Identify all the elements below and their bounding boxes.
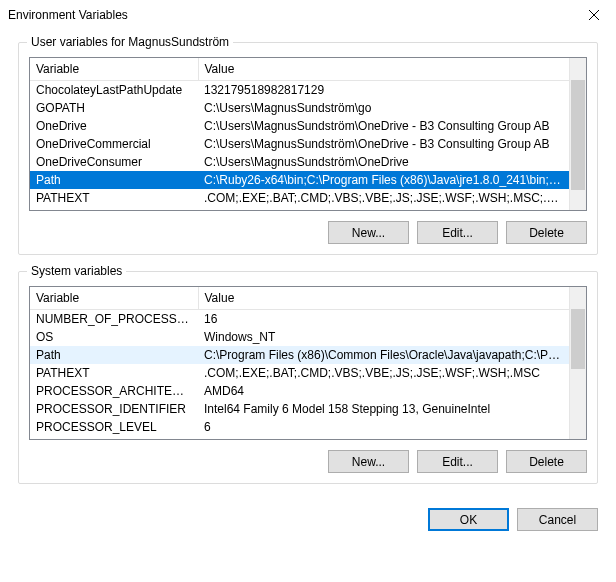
table-row[interactable]: ChocolateyLastPathUpdate1321795189828171… xyxy=(30,81,569,100)
cell-value: C:\Users\MagnusSundström\OneDrive xyxy=(198,153,569,171)
system-group-legend: System variables xyxy=(27,264,126,278)
user-group-legend: User variables for MagnusSundström xyxy=(27,35,233,49)
cell-variable: GOPATH xyxy=(30,99,198,117)
window-close-button[interactable] xyxy=(571,0,616,30)
cell-value: 6 xyxy=(198,418,569,436)
user-scrollbar[interactable] xyxy=(569,58,586,210)
cell-value: C:\Users\MagnusSundström\OneDrive - B3 C… xyxy=(198,117,569,135)
system-header-value[interactable]: Value xyxy=(198,287,569,310)
user-new-button[interactable]: New... xyxy=(328,221,409,244)
cell-value: C:\Users\MagnusSundström\OneDrive - B3 C… xyxy=(198,135,569,153)
system-variables-group: System variables Variable Value NUMBER_O… xyxy=(18,271,598,484)
cell-variable: ChocolateyLastPathUpdate xyxy=(30,81,198,100)
table-row[interactable]: NUMBER_OF_PROCESSORS16 xyxy=(30,310,569,329)
cell-value: 16 xyxy=(198,310,569,329)
user-edit-button[interactable]: Edit... xyxy=(417,221,498,244)
cell-variable: PATHEXT xyxy=(30,364,198,382)
table-row[interactable]: OSWindows_NT xyxy=(30,328,569,346)
table-row[interactable]: OneDriveCommercialC:\Users\MagnusSundstr… xyxy=(30,135,569,153)
table-row[interactable]: PROCESSOR_LEVEL6 xyxy=(30,418,569,436)
window-title: Environment Variables xyxy=(8,8,128,22)
system-delete-button[interactable]: Delete xyxy=(506,450,587,473)
cell-variable: PROCESSOR_ARCHITECTURE xyxy=(30,382,198,400)
user-header-variable[interactable]: Variable xyxy=(30,58,198,81)
system-scroll-thumb[interactable] xyxy=(571,309,585,369)
table-row[interactable]: OneDriveC:\Users\MagnusSundström\OneDriv… xyxy=(30,117,569,135)
table-row[interactable]: OneDriveConsumerC:\Users\MagnusSundström… xyxy=(30,153,569,171)
cell-variable: OneDriveConsumer xyxy=(30,153,198,171)
table-row[interactable]: PathC:\Ruby26-x64\bin;C:\Program Files (… xyxy=(30,171,569,189)
system-edit-button[interactable]: Edit... xyxy=(417,450,498,473)
cell-variable: Path xyxy=(30,171,198,189)
cell-variable: PROCESSOR_IDENTIFIER xyxy=(30,400,198,418)
titlebar: Environment Variables xyxy=(0,0,616,30)
cell-value: C:\Ruby26-x64\bin;C:\Program Files (x86)… xyxy=(198,171,569,189)
table-row[interactable]: PROCESSOR_ARCHITECTUREAMD64 xyxy=(30,382,569,400)
close-icon xyxy=(589,10,599,20)
cell-variable: PROCESSOR_LEVEL xyxy=(30,418,198,436)
cell-variable: Path xyxy=(30,346,198,364)
cell-value: Windows_NT xyxy=(198,328,569,346)
cell-value: .COM;.EXE;.BAT;.CMD;.VBS;.VBE;.JS;.JSE;.… xyxy=(198,189,569,207)
cell-variable: OS xyxy=(30,328,198,346)
table-row[interactable]: GOPATHC:\Users\MagnusSundström\go xyxy=(30,99,569,117)
cell-value: Intel64 Family 6 Model 158 Stepping 13, … xyxy=(198,400,569,418)
cell-variable: PATHEXT xyxy=(30,189,198,207)
system-scrollbar[interactable] xyxy=(569,287,586,439)
table-row[interactable]: PathC:\Program Files (x86)\Common Files\… xyxy=(30,346,569,364)
cell-variable: OneDrive xyxy=(30,117,198,135)
cell-variable: NUMBER_OF_PROCESSORS xyxy=(30,310,198,329)
cell-variable: OneDriveCommercial xyxy=(30,135,198,153)
user-scroll-thumb[interactable] xyxy=(571,80,585,190)
cell-value: AMD64 xyxy=(198,382,569,400)
user-variables-group: User variables for MagnusSundström Varia… xyxy=(18,42,598,255)
system-variables-table[interactable]: Variable Value NUMBER_OF_PROCESSORS16OSW… xyxy=(29,286,587,440)
cell-value: 132179518982817129 xyxy=(198,81,569,100)
cell-value: .COM;.EXE;.BAT;.CMD;.VBS;.VBE;.JS;.JSE;.… xyxy=(198,364,569,382)
system-new-button[interactable]: New... xyxy=(328,450,409,473)
cell-value: C:\Program Files (x86)\Common Files\Orac… xyxy=(198,346,569,364)
ok-button[interactable]: OK xyxy=(428,508,509,531)
cell-value: C:\Users\MagnusSundström\go xyxy=(198,99,569,117)
user-variables-table[interactable]: Variable Value ChocolateyLastPathUpdate1… xyxy=(29,57,587,211)
table-row[interactable]: PROCESSOR_IDENTIFIERIntel64 Family 6 Mod… xyxy=(30,400,569,418)
table-row[interactable]: PATHEXT.COM;.EXE;.BAT;.CMD;.VBS;.VBE;.JS… xyxy=(30,364,569,382)
system-header-variable[interactable]: Variable xyxy=(30,287,198,310)
user-header-value[interactable]: Value xyxy=(198,58,569,81)
cancel-button[interactable]: Cancel xyxy=(517,508,598,531)
table-row[interactable]: PATHEXT.COM;.EXE;.BAT;.CMD;.VBS;.VBE;.JS… xyxy=(30,189,569,207)
user-delete-button[interactable]: Delete xyxy=(506,221,587,244)
